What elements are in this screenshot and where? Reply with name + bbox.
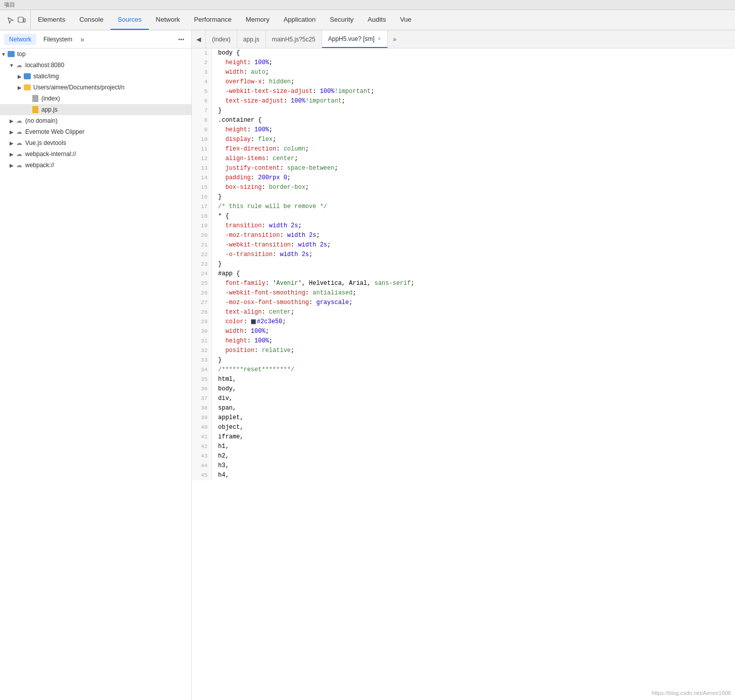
code-content[interactable]: 1body {2 height: 100%;3 width: auto;4 ov… bbox=[192, 48, 735, 700]
arrow-webpack-internal[interactable]: ▶ bbox=[8, 152, 15, 157]
sidebar-item-localhost[interactable]: ▼☁localhost:8080 bbox=[0, 60, 191, 71]
line-code-38: span, bbox=[212, 404, 735, 413]
line-num-2: 2 bbox=[192, 58, 212, 68]
line-code-10: display: flex; bbox=[212, 135, 735, 144]
tab-vue[interactable]: Vue bbox=[393, 10, 418, 30]
tab-performance[interactable]: Performance bbox=[187, 10, 238, 30]
label-evernote: Evernote Web Clipper bbox=[25, 128, 84, 135]
arrow-top[interactable]: ▼ bbox=[0, 52, 7, 57]
cursor-icon[interactable] bbox=[6, 16, 15, 25]
line-num-6: 6 bbox=[192, 96, 212, 106]
code-tabs: ◀(index)app.jsmainH5.js?5c25AppH5.vue? [… bbox=[192, 30, 735, 48]
line-code-45: h4, bbox=[212, 471, 735, 480]
sidebar-item-top[interactable]: ▼top bbox=[0, 48, 191, 60]
arrow-webpack[interactable]: ▶ bbox=[8, 163, 15, 168]
device-icon[interactable] bbox=[17, 16, 26, 25]
code-tab-mainH5js5c25[interactable]: mainH5.js?5c25 bbox=[266, 30, 322, 48]
line-num-32: 32 bbox=[192, 346, 212, 356]
sidebar-item-index[interactable]: (index) bbox=[0, 93, 191, 104]
tab-application[interactable]: Application bbox=[277, 10, 323, 30]
code-line-43: 43h2, bbox=[192, 452, 735, 461]
line-code-35: html, bbox=[212, 375, 735, 384]
line-num-5: 5 bbox=[192, 87, 212, 96]
line-num-39: 39 bbox=[192, 413, 212, 423]
line-num-34: 34 bbox=[192, 365, 212, 375]
code-line-22: 22 -o-transition: width 2s; bbox=[192, 250, 735, 260]
label-appjs: app.js bbox=[41, 106, 58, 113]
arrow-static[interactable]: ▶ bbox=[16, 74, 23, 79]
code-line-14: 14 padding: 200rpx 0; bbox=[192, 173, 735, 183]
code-line-26: 26 -webkit-font-smoothing: antialiased; bbox=[192, 288, 735, 298]
tab-network[interactable]: Network bbox=[4, 34, 36, 45]
line-num-36: 36 bbox=[192, 384, 212, 394]
sidebar-item-appjs[interactable]: app.js bbox=[0, 104, 191, 115]
tab-network[interactable]: Network bbox=[149, 10, 187, 30]
tab-filesystem[interactable]: Filesystem bbox=[38, 34, 77, 45]
sidebar: Network Filesystem » ▼top▼☁localhost:808… bbox=[0, 30, 192, 700]
color-swatch[interactable] bbox=[251, 319, 256, 324]
line-code-26: -webkit-font-smoothing: antialiased; bbox=[212, 288, 735, 298]
tab-security[interactable]: Security bbox=[323, 10, 360, 30]
line-num-4: 4 bbox=[192, 77, 212, 87]
icon-static bbox=[23, 72, 31, 80]
code-tab-AppH5vuesm[interactable]: AppH5.vue? [sm]× bbox=[322, 30, 388, 48]
label-vuejs: Vue.js devtools bbox=[25, 139, 66, 146]
icon-area bbox=[2, 10, 31, 30]
line-code-32: position: relative; bbox=[212, 346, 735, 356]
sidebar-more[interactable]: » bbox=[80, 35, 84, 43]
icon-users bbox=[23, 83, 31, 91]
code-line-24: 24#app { bbox=[192, 269, 735, 279]
label-webpack: webpack:// bbox=[25, 162, 54, 169]
line-code-44: h3, bbox=[212, 461, 735, 471]
code-tab-nav-prev[interactable]: ◀ bbox=[192, 30, 206, 48]
close-tab-AppH5vuesm[interactable]: × bbox=[378, 35, 381, 42]
line-num-12: 12 bbox=[192, 154, 212, 164]
code-panel: ◀(index)app.jsmainH5.js?5c25AppH5.vue? [… bbox=[192, 30, 735, 700]
label-users: Users/aimee/Documents/project/n bbox=[33, 84, 125, 91]
tab-audits[interactable]: Audits bbox=[360, 10, 393, 30]
line-num-35: 35 bbox=[192, 375, 212, 384]
line-num-7: 7 bbox=[192, 106, 212, 116]
tab-console[interactable]: Console bbox=[72, 10, 111, 30]
sidebar-item-webpack[interactable]: ▶☁webpack:// bbox=[0, 160, 191, 171]
code-line-23: 23} bbox=[192, 260, 735, 269]
arrow-localhost[interactable]: ▼ bbox=[8, 63, 15, 68]
icon-evernote: ☁ bbox=[15, 128, 23, 136]
sidebar-item-vuejs[interactable]: ▶☁Vue.js devtools bbox=[0, 137, 191, 148]
sidebar-item-users[interactable]: ▶Users/aimee/Documents/project/n bbox=[0, 82, 191, 93]
arrow-nodomain[interactable]: ▶ bbox=[8, 118, 15, 124]
line-code-9: height: 100%; bbox=[212, 125, 735, 135]
line-code-23: } bbox=[212, 260, 735, 269]
code-line-30: 30 width: 100%; bbox=[192, 327, 735, 336]
arrow-vuejs[interactable]: ▶ bbox=[8, 140, 15, 146]
code-line-44: 44h3, bbox=[192, 461, 735, 471]
line-code-41: iframe, bbox=[212, 432, 735, 442]
code-tab-index[interactable]: (index) bbox=[206, 30, 237, 48]
line-num-37: 37 bbox=[192, 394, 212, 404]
code-tab-appjs[interactable]: app.js bbox=[237, 30, 266, 48]
sidebar-item-evernote[interactable]: ▶☁Evernote Web Clipper bbox=[0, 126, 191, 137]
tab-memory[interactable]: Memory bbox=[239, 10, 277, 30]
code-line-38: 38span, bbox=[192, 404, 735, 413]
code-tabs-more[interactable]: » bbox=[388, 30, 402, 48]
line-num-33: 33 bbox=[192, 356, 212, 365]
tab-elements[interactable]: Elements bbox=[31, 10, 72, 30]
code-line-13: 13 justify-content: space-between; bbox=[192, 164, 735, 173]
line-code-17: /* this rule will be remove */ bbox=[212, 202, 735, 212]
line-code-42: h1, bbox=[212, 442, 735, 452]
code-line-34: 34/******reset********/ bbox=[192, 365, 735, 375]
arrow-evernote[interactable]: ▶ bbox=[8, 129, 15, 135]
sidebar-menu-button[interactable] bbox=[175, 33, 187, 45]
line-num-45: 45 bbox=[192, 471, 212, 480]
line-code-3: width: auto; bbox=[212, 68, 735, 77]
sidebar-item-static[interactable]: ▶static/img bbox=[0, 71, 191, 82]
arrow-users[interactable]: ▶ bbox=[16, 85, 23, 90]
icon-top bbox=[7, 50, 15, 58]
tab-sources[interactable]: Sources bbox=[111, 10, 149, 30]
sidebar-item-webpack-internal[interactable]: ▶☁webpack-internal:// bbox=[0, 148, 191, 160]
sidebar-item-nodomain[interactable]: ▶☁(no domain) bbox=[0, 115, 191, 126]
svg-rect-1 bbox=[24, 19, 25, 22]
svg-point-2 bbox=[179, 38, 180, 40]
line-code-34: /******reset********/ bbox=[212, 365, 735, 375]
sidebar-tree: ▼top▼☁localhost:8080▶static/img▶Users/ai… bbox=[0, 48, 191, 700]
